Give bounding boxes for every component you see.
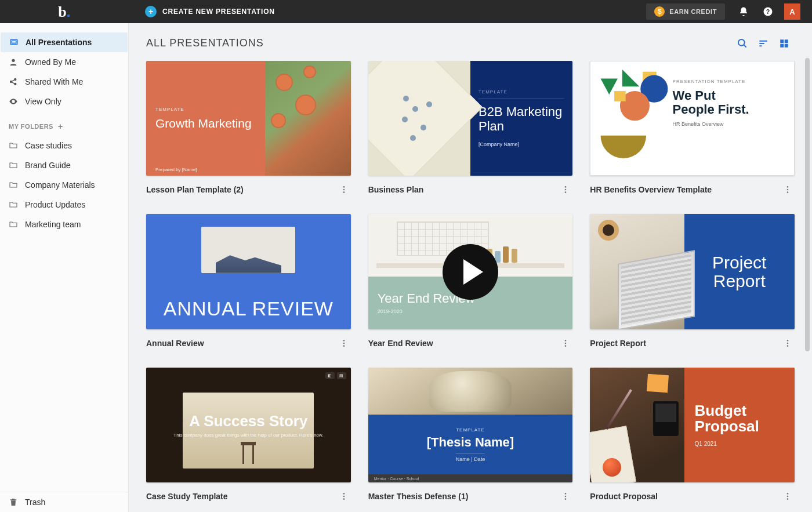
svg-point-16 (343, 192, 345, 194)
card-more-button[interactable] (337, 183, 351, 197)
card-more-button[interactable] (559, 489, 572, 503)
presentation-card[interactable]: ANNUAL REVIEW Annual Review (146, 214, 351, 350)
svg-point-43 (565, 498, 567, 500)
more-vertical-icon (783, 492, 792, 501)
card-more-button[interactable] (337, 336, 351, 350)
svg-point-9 (738, 39, 745, 45)
presentation-grid: TEMPLATE Growth Marketing Prepared by [N… (146, 61, 795, 503)
notifications-button[interactable] (735, 3, 752, 20)
svg-rect-13 (785, 43, 788, 47)
card-more-button[interactable] (337, 489, 351, 503)
card-more-button[interactable] (559, 183, 572, 197)
thumb-heading: [Thesis Name] (427, 435, 514, 450)
card-thumbnail: BudgetProposal Q1 2021 (590, 368, 795, 482)
more-vertical-icon (783, 185, 792, 194)
presentation-card[interactable]: Year End Review 2019-2020 Year End Revie… (368, 214, 573, 350)
thumb-footer: HR Benefits Overview (673, 121, 785, 127)
svg-point-26 (787, 186, 789, 188)
card-thumbnail: TEMPLATE B2B Marketing Plan [Company Nam… (368, 61, 573, 176)
help-button[interactable]: ? (760, 3, 776, 20)
trash-icon (9, 498, 18, 507)
card-title: Year End Review (368, 339, 433, 348)
card-title: Case Study Template (146, 492, 228, 501)
thumb-footer: Q1 2021 (695, 441, 784, 447)
folder-marketing-team[interactable]: Marketing team (0, 215, 128, 234)
sidebar: All Presentations Owned By Me Shared Wit… (0, 23, 129, 512)
folder-brand-guide[interactable]: Brand Guide (0, 155, 128, 175)
sidebar-item-owned-by-me[interactable]: Owned By Me (0, 52, 128, 72)
create-presentation-button[interactable]: + CREATE NEW PRESENTATION (129, 6, 275, 17)
presentation-card[interactable]: TEMPLATE Growth Marketing Prepared by [N… (146, 61, 351, 197)
main-content: ALL PRESENTATIONS TEMPLATE Growth M (129, 23, 812, 512)
presentation-card[interactable]: ◧ ▤ A Success Story This company does gr… (146, 368, 351, 503)
card-title: Product Proposal (590, 492, 658, 501)
card-more-button[interactable] (781, 183, 795, 197)
more-vertical-icon (339, 339, 349, 348)
more-vertical-icon (783, 339, 792, 348)
more-vertical-icon (561, 492, 570, 501)
svg-rect-12 (780, 43, 784, 47)
svg-point-27 (787, 189, 789, 191)
svg-point-36 (787, 342, 789, 344)
sort-icon (757, 38, 769, 49)
main-header: ALL PRESENTATIONS (129, 23, 812, 61)
more-vertical-icon (339, 492, 349, 501)
svg-point-39 (343, 496, 345, 498)
coin-icon: $ (654, 6, 665, 17)
search-button[interactable] (732, 38, 753, 49)
folder-label: Company Materials (25, 180, 95, 190)
presentation-grid-scroll[interactable]: TEMPLATE Growth Marketing Prepared by [N… (129, 61, 812, 512)
svg-point-29 (343, 340, 345, 342)
earn-credit-button[interactable]: $ EARN CREDIT (646, 3, 725, 20)
folder-product-updates[interactable]: Product Updates (0, 195, 128, 215)
thumb-tag: PRESENTATION TEMPLATE (673, 79, 785, 84)
search-icon (737, 38, 748, 49)
sidebar-item-view-only[interactable]: View Only (0, 92, 128, 111)
presentation-card[interactable]: TEMPLATE B2B Marketing Plan [Company Nam… (368, 61, 573, 197)
presentation-card[interactable]: ProjectReport Project Report (590, 214, 795, 350)
presentations-icon (9, 38, 19, 47)
share-icon (9, 77, 18, 86)
thumb-tag: TEMPLATE (456, 427, 485, 433)
presentation-card[interactable]: BudgetProposal Q1 2021 Product Proposal (590, 368, 795, 503)
svg-point-34 (565, 345, 567, 347)
thumb-heading-line: People First. (673, 102, 749, 117)
svg-point-5 (10, 81, 12, 83)
add-folder-button[interactable]: + (58, 122, 63, 131)
sidebar-item-trash[interactable]: Trash (0, 492, 128, 512)
svg-point-32 (565, 340, 567, 342)
svg-rect-11 (785, 39, 788, 43)
more-vertical-icon (561, 185, 570, 194)
presentation-card[interactable]: PRESENTATION TEMPLATE We PutPeople First… (590, 61, 795, 197)
geometric-art (590, 61, 668, 175)
sidebar-item-all-presentations[interactable]: All Presentations (1, 32, 128, 52)
svg-point-42 (565, 496, 567, 498)
svg-point-6 (14, 79, 16, 81)
svg-point-44 (787, 493, 789, 495)
svg-point-18 (565, 189, 567, 191)
scrollbar[interactable] (805, 58, 810, 477)
user-avatar[interactable]: A (784, 3, 800, 20)
svg-point-15 (343, 189, 345, 191)
thumb-heading-line: Proposal (695, 417, 759, 435)
svg-point-28 (787, 192, 789, 194)
card-more-button[interactable] (781, 489, 795, 503)
card-more-button[interactable] (781, 336, 795, 350)
svg-point-8 (13, 101, 14, 103)
thumb-heading: A Success Story (189, 412, 307, 430)
svg-rect-25 (614, 91, 626, 101)
folder-icon (9, 220, 18, 229)
folder-company-materials[interactable]: Company Materials (0, 175, 128, 195)
card-more-button[interactable] (559, 336, 572, 350)
folder-case-studies[interactable]: Case studies (0, 136, 128, 155)
svg-point-7 (14, 83, 16, 85)
thumb-footer: Name | Date (456, 453, 485, 462)
grid-view-button[interactable] (774, 38, 795, 49)
svg-rect-10 (780, 39, 784, 43)
thumb-tag: TEMPLATE (478, 89, 564, 99)
presentation-card[interactable]: TEMPLATE [Thesis Name] Name | Date Mento… (368, 368, 573, 503)
sidebar-item-shared-with-me[interactable]: Shared With Me (0, 72, 128, 92)
svg-text:?: ? (766, 8, 770, 15)
sort-button[interactable] (753, 38, 774, 49)
logo[interactable]: b. (0, 0, 129, 23)
